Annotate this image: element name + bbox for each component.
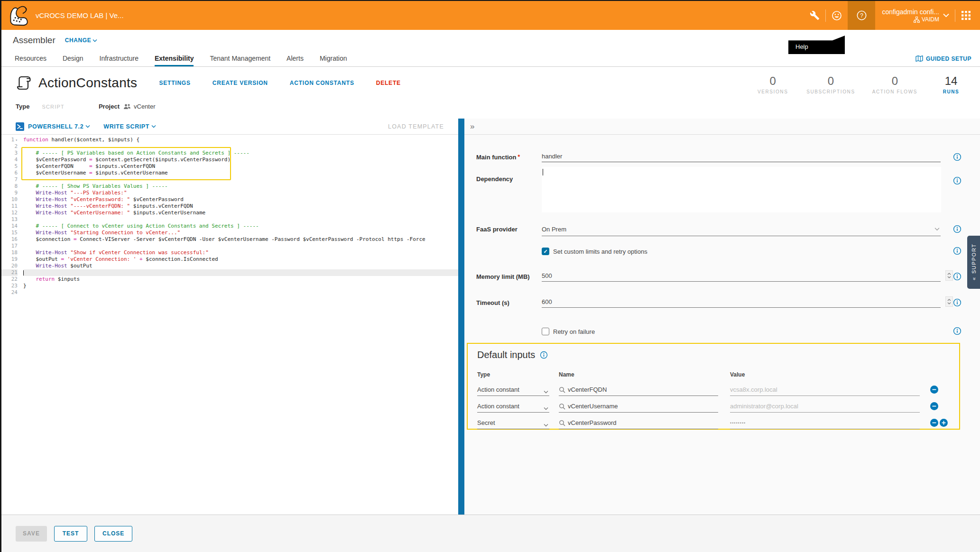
main-function-label: Main function* <box>476 154 520 161</box>
input-name-field[interactable]: vCenterPassword <box>559 417 718 429</box>
input-type-select[interactable]: Action constant <box>477 400 549 413</box>
default-inputs-section: Default inputs Type Name Value Action co… <box>467 343 960 430</box>
editor-code[interactable]: function handler($context, $inputs) { # … <box>18 137 458 296</box>
input-type-select[interactable]: Secret <box>477 417 549 429</box>
user-chevron-down-icon[interactable] <box>943 13 949 18</box>
tab-extensibility[interactable]: Extensibility <box>155 51 194 66</box>
input-value-field[interactable]: •••••••• <box>730 417 920 429</box>
support-tab[interactable]: «SUPPORT <box>967 236 980 289</box>
default-inputs-info-icon[interactable] <box>540 351 548 359</box>
remove-row-button[interactable] <box>930 386 938 394</box>
tab-resources[interactable]: Resources <box>15 51 46 66</box>
input-value-field[interactable]: administrator@corp.local <box>730 400 920 413</box>
retry-on-failure-label: Retry on failure <box>553 328 595 335</box>
stat-versions[interactable]: 0 VERSIONS <box>756 74 789 94</box>
input-value-field[interactable]: vcsa8x.corp.local <box>730 384 920 396</box>
dependency-textarea[interactable] <box>542 167 941 212</box>
faas-provider-select[interactable]: On Prem <box>542 224 941 236</box>
write-script-select[interactable]: WRITE SCRIPT <box>103 123 156 130</box>
script-editor-pane: POWERSHELL 7.2 WRITE SCRIPT LOAD TEMPLAT… <box>1 119 458 515</box>
collapse-panel-icon[interactable]: » <box>470 122 474 131</box>
tab-design[interactable]: Design <box>63 51 83 66</box>
faas-provider-info-icon[interactable] <box>953 225 962 233</box>
page-title: ActionConstants <box>38 75 137 91</box>
memory-limit-input[interactable] <box>542 271 941 282</box>
custom-limits-checkbox[interactable] <box>542 248 549 255</box>
support-expand-icon: « <box>971 277 977 281</box>
smiley-icon <box>832 10 842 21</box>
tab-infrastructure[interactable]: Infrastructure <box>100 51 139 66</box>
save-button[interactable]: SAVE <box>16 526 47 542</box>
create-version-button[interactable]: CREATE VERSION <box>213 80 268 86</box>
stat-runs[interactable]: 14 RUNS <box>934 74 968 94</box>
people-icon <box>123 103 131 110</box>
header-actions: ? configadmin confi... VAIDM <box>804 1 980 30</box>
guided-setup-button[interactable]: GUIDED SETUP <box>915 51 971 66</box>
chevron-down-icon <box>544 405 548 412</box>
remove-row-button[interactable] <box>930 402 938 410</box>
chevron-down-icon <box>151 125 156 128</box>
apps-grid-icon <box>962 11 971 20</box>
script-icon <box>16 74 32 92</box>
app-switcher-button[interactable] <box>955 1 976 30</box>
settings-button[interactable]: SETTINGS <box>159 80 190 86</box>
action-config-form: Main function* Dependency FaaS provider <box>464 135 980 515</box>
footer-bar: SAVE TEST CLOSE <box>1 515 980 552</box>
workspace: POWERSHELL 7.2 WRITE SCRIPT LOAD TEMPLAT… <box>1 119 980 515</box>
close-button[interactable]: CLOSE <box>94 526 132 542</box>
remove-row-button[interactable] <box>930 419 938 427</box>
number-stepper[interactable] <box>945 270 953 281</box>
panel-toolbar: » <box>464 119 980 135</box>
input-name-field[interactable]: vCenterUsername <box>559 400 718 413</box>
stat-subscriptions[interactable]: 0 SUBSCRIPTIONS <box>806 74 855 94</box>
tab-tenant-management[interactable]: Tenant Management <box>210 51 270 66</box>
tools-button[interactable] <box>804 1 825 30</box>
chevron-down-icon <box>544 421 548 428</box>
action-constants-button[interactable]: ACTION CONSTANTS <box>290 80 354 86</box>
input-name-field[interactable]: vCenterFQDN <box>559 384 718 396</box>
editor-gutter: 1▾23456789101112131415161718192021222324 <box>1 137 18 296</box>
brand-title: vCROCS DEMO LAB | Ve... <box>36 11 124 19</box>
type-label: Type <box>16 103 29 110</box>
feedback-button[interactable] <box>826 1 848 30</box>
timeout-input[interactable] <box>542 297 941 308</box>
svg-text:?: ? <box>860 12 863 19</box>
required-asterisk: * <box>518 154 520 160</box>
runtime-select[interactable]: POWERSHELL 7.2 <box>28 123 90 130</box>
tab-alerts[interactable]: Alerts <box>287 51 304 66</box>
top-header-bar: vCROCS DEMO LAB | Ve... ? <box>1 0 980 30</box>
help-button[interactable]: ? <box>848 1 875 30</box>
stat-action-flows[interactable]: 0 ACTION FLOWS <box>872 74 917 94</box>
custom-limits-info-icon[interactable] <box>953 247 962 255</box>
column-header-value: Value <box>730 371 745 378</box>
action-config-pane: » Main function* Dependency <box>464 119 980 515</box>
input-type-select[interactable]: Action constant <box>477 384 549 396</box>
search-icon <box>559 420 565 426</box>
retry-info-icon[interactable] <box>953 327 962 335</box>
main-function-info-icon[interactable] <box>953 153 962 161</box>
tab-migration[interactable]: Migration <box>320 51 347 66</box>
custom-limits-label: Set custom limits and retry options <box>553 248 647 255</box>
pane-splitter[interactable] <box>458 119 464 515</box>
org-name: VAIDM <box>922 16 939 23</box>
test-button[interactable]: TEST <box>54 526 87 542</box>
dependency-info-icon[interactable] <box>953 176 962 185</box>
memory-limit-label: Memory limit (MB) <box>476 273 530 280</box>
crocs-logo-icon[interactable] <box>7 4 30 27</box>
project-label: Project <box>99 103 120 110</box>
default-input-row: Action constant vCenterUsername administ… <box>468 400 959 413</box>
delete-button[interactable]: DELETE <box>376 80 401 86</box>
support-label: SUPPORT <box>971 244 977 274</box>
add-row-button[interactable] <box>940 419 948 427</box>
load-template-button[interactable]: LOAD TEMPLATE <box>388 123 444 130</box>
retry-on-failure-checkbox[interactable] <box>542 328 549 335</box>
user-menu[interactable]: configadmin confi... VAIDM <box>882 8 939 23</box>
number-stepper[interactable] <box>945 296 953 307</box>
memory-limit-info-icon[interactable] <box>953 272 962 281</box>
product-name: Assembler <box>13 35 55 46</box>
timeout-info-icon[interactable] <box>953 298 962 307</box>
main-function-input[interactable] <box>542 152 941 162</box>
column-header-type: Type <box>477 371 490 378</box>
change-product-button[interactable]: CHANGE <box>65 37 98 44</box>
code-editor[interactable]: 1▾23456789101112131415161718192021222324… <box>1 135 458 515</box>
